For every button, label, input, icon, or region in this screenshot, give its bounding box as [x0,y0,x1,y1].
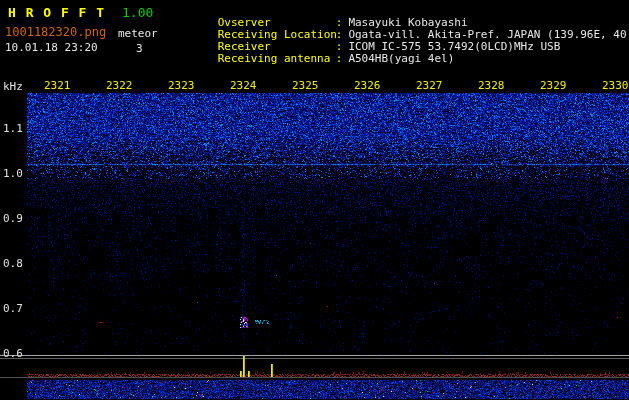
time-label: 2326 [354,79,381,92]
time-label: 2329 [540,79,567,92]
freq-label: 0.9 [3,212,23,225]
mode-label: meteor [118,27,158,40]
freq-label: 0.7 [3,302,23,315]
time-label: 2322 [106,79,133,92]
time-label: 2323 [168,79,195,92]
info-colon: : [336,52,343,65]
freq-label: 1.1 [3,122,23,135]
hrofft-screen: H R O F F T 1.00 1001182320.png meteor 1… [0,0,629,400]
info-row: Receiving antenna:A504HB(yagi 4el) [178,41,454,77]
file-name: 1001182320.png [5,25,106,39]
info-label: Receiving antenna [218,53,336,65]
time-label: 2324 [230,79,257,92]
freq-label: 0.8 [3,257,23,270]
app-title: H R O F F T [8,5,105,20]
app-version: 1.00 [122,5,153,20]
time-label: 2321 [44,79,71,92]
freq-unit-label: kHz [3,80,23,93]
datetime-label: 10.01.18 23:20 [5,41,98,54]
time-label: 2328 [478,79,505,92]
time-label: 2330 [602,79,629,92]
freq-label: 1.0 [3,167,23,180]
info-value: A504HB(yagi 4el) [348,52,454,65]
freq-label: 0.6 [3,347,23,360]
time-label: 2327 [416,79,443,92]
time-label: 2325 [292,79,319,92]
echo-count: 3 [136,42,143,55]
